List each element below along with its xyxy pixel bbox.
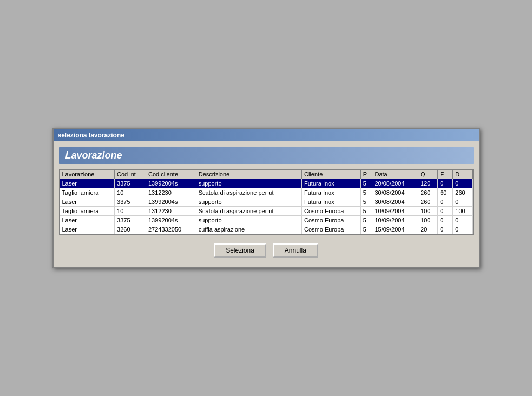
table-row[interactable]: Taglio lamiera101312230Scatola di aspira… (60, 206, 472, 215)
seleziona-button[interactable]: Seleziona (214, 243, 266, 258)
cell-data: 20/08/2004 (372, 179, 418, 188)
cell-cliente: Futura Inox (302, 188, 361, 197)
dialog-title: seleziona lavorazione (58, 131, 124, 139)
cell-cod_int: 3375 (115, 197, 146, 206)
title-bar: seleziona lavorazione (54, 129, 479, 141)
cell-data: 10/09/2004 (372, 215, 418, 225)
cell-lavorazione: Laser (60, 197, 115, 206)
cell-descrizione: supporto (196, 179, 301, 188)
table-row[interactable]: Taglio lamiera101312230Scatola di aspira… (60, 188, 472, 197)
section-header: Lavorazione (59, 147, 474, 164)
cell-descrizione: Scatola di aspirazione per ut (196, 206, 301, 215)
table-row[interactable]: Laser337513992004ssupportoFutura Inox530… (60, 197, 472, 206)
col-cod-int: Cod int (115, 169, 146, 179)
cell-cliente: Cosmo Europa (302, 225, 361, 234)
cell-q: 260 (418, 188, 438, 197)
cell-lavorazione: Laser (60, 225, 115, 234)
dialog-body: Lavorazione Lavorazione Cod int Cod clie… (54, 141, 479, 267)
cell-descrizione: supporto (196, 197, 301, 206)
cell-descrizione: Scatola di aspirazione per ut (196, 188, 301, 197)
cell-p: 5 (360, 197, 372, 206)
main-table: Lavorazione Cod int Cod cliente Descrizi… (60, 169, 473, 234)
cell-q: 260 (418, 197, 438, 206)
col-p: P (360, 169, 372, 179)
cell-lavorazione: Taglio lamiera (60, 188, 115, 197)
cell-cod_cliente: 1312230 (146, 206, 196, 215)
cell-cod_cliente: 13992004s (146, 197, 196, 206)
cell-d: 100 (453, 206, 472, 215)
section-label: Lavorazione (65, 150, 122, 161)
cell-data: 15/09/2004 (372, 225, 418, 234)
cell-data: 10/09/2004 (372, 206, 418, 215)
col-e: E (438, 169, 453, 179)
cell-q: 120 (418, 179, 438, 188)
cell-lavorazione: Laser (60, 179, 115, 188)
dialog: seleziona lavorazione Lavorazione Lavora… (52, 128, 480, 268)
cell-descrizione: cuffia aspirazione (196, 225, 301, 234)
cell-data: 30/08/2004 (372, 188, 418, 197)
cell-d: 0 (453, 179, 472, 188)
cell-q: 20 (418, 225, 438, 234)
cell-cliente: Futura Inox (302, 197, 361, 206)
cell-e: 0 (438, 225, 453, 234)
cell-d: 0 (453, 215, 472, 225)
cell-cod_cliente: 13992004s (146, 179, 196, 188)
cell-cod_cliente: 2724332050 (146, 225, 196, 234)
table-row[interactable]: Laser32602724332050cuffia aspirazioneCos… (60, 225, 472, 234)
cell-p: 5 (360, 188, 372, 197)
cell-lavorazione: Taglio lamiera (60, 206, 115, 215)
table-header-row: Lavorazione Cod int Cod cliente Descrizi… (60, 169, 472, 179)
col-cod-cliente: Cod cliente (146, 169, 196, 179)
table-row[interactable]: Laser337513992004ssupportoFutura Inox520… (60, 179, 472, 188)
cell-cod_int: 3375 (115, 215, 146, 225)
table-container: Lavorazione Cod int Cod cliente Descrizi… (59, 169, 474, 235)
table-row[interactable]: Laser337513992004ssupportoCosmo Europa51… (60, 215, 472, 225)
cell-cod_int: 3375 (115, 179, 146, 188)
col-data: Data (372, 169, 418, 179)
cell-data: 30/08/2004 (372, 197, 418, 206)
col-descrizione: Descrizione (196, 169, 301, 179)
cell-p: 5 (360, 215, 372, 225)
col-q: Q (418, 169, 438, 179)
cell-e: 0 (438, 215, 453, 225)
cell-e: 0 (438, 197, 453, 206)
cell-cod_int: 10 (115, 206, 146, 215)
cell-q: 100 (418, 206, 438, 215)
col-lavorazione: Lavorazione (60, 169, 115, 179)
col-d: D (453, 169, 472, 179)
col-cliente: Cliente (302, 169, 361, 179)
cell-d: 0 (453, 225, 472, 234)
cell-cliente: Futura Inox (302, 179, 361, 188)
cell-cliente: Cosmo Europa (302, 215, 361, 225)
cell-descrizione: supporto (196, 215, 301, 225)
cell-q: 100 (418, 215, 438, 225)
button-bar: Seleziona Annulla (59, 240, 474, 262)
cell-p: 5 (360, 179, 372, 188)
cell-e: 0 (438, 179, 453, 188)
cell-cod_int: 10 (115, 188, 146, 197)
cell-cliente: Cosmo Europa (302, 206, 361, 215)
cell-e: 60 (438, 188, 453, 197)
cell-cod_cliente: 13992004s (146, 215, 196, 225)
annulla-button[interactable]: Annulla (273, 243, 318, 258)
cell-p: 5 (360, 225, 372, 234)
cell-lavorazione: Laser (60, 215, 115, 225)
cell-p: 5 (360, 206, 372, 215)
cell-d: 0 (453, 197, 472, 206)
cell-cod_int: 3260 (115, 225, 146, 234)
cell-cod_cliente: 1312230 (146, 188, 196, 197)
cell-d: 260 (453, 188, 472, 197)
cell-e: 0 (438, 206, 453, 215)
